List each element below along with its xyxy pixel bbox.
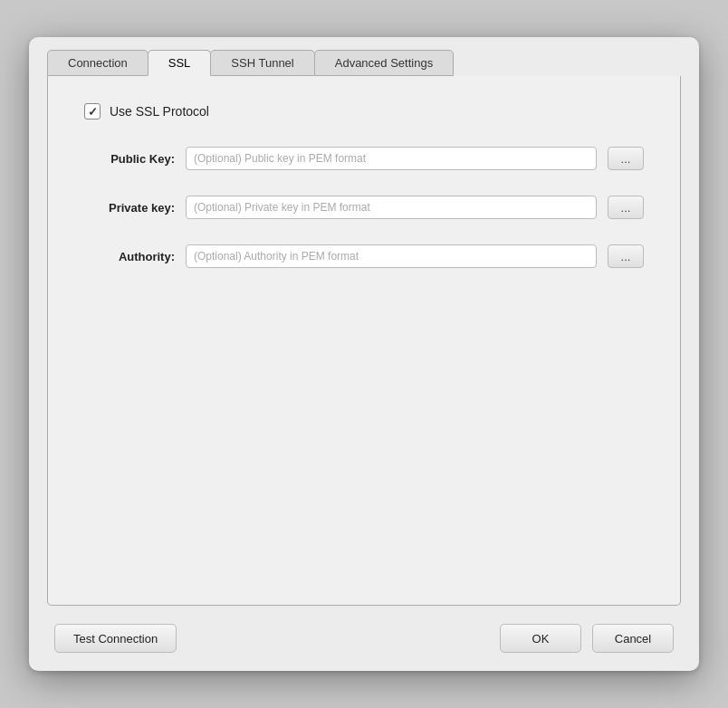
public-key-browse-button[interactable]: ... xyxy=(608,147,644,170)
private-key-input[interactable] xyxy=(186,196,597,219)
private-key-browse-button[interactable]: ... xyxy=(608,196,644,219)
tab-connection[interactable]: Connection xyxy=(47,50,148,76)
private-key-row: Private key: ... xyxy=(84,196,644,219)
authority-label: Authority: xyxy=(84,250,175,263)
public-key-input[interactable] xyxy=(186,147,597,170)
ok-button[interactable]: OK xyxy=(500,624,581,653)
private-key-label: Private key: xyxy=(84,201,175,215)
tab-ssl[interactable]: SSL xyxy=(148,50,212,76)
ssl-checkbox[interactable]: ✓ xyxy=(84,103,101,120)
checkmark-icon: ✓ xyxy=(88,106,98,118)
public-key-row: Public Key: ... xyxy=(84,147,644,170)
tab-bar: Connection SSL SSH Tunnel Advanced Setti… xyxy=(29,37,699,76)
ssl-checkbox-row: ✓ Use SSL Protocol xyxy=(84,103,644,120)
cancel-button[interactable]: Cancel xyxy=(592,624,674,653)
authority-row: Authority: ... xyxy=(84,244,644,268)
content-area: ✓ Use SSL Protocol Public Key: ... Priva… xyxy=(47,76,681,606)
authority-browse-button[interactable]: ... xyxy=(608,244,644,268)
button-bar: Test Connection OK Cancel xyxy=(29,606,699,653)
public-key-label: Public Key: xyxy=(84,152,175,166)
tab-advanced-settings[interactable]: Advanced Settings xyxy=(314,50,454,76)
ssl-checkbox-label: Use SSL Protocol xyxy=(110,104,209,119)
authority-input[interactable] xyxy=(186,244,597,268)
test-connection-button[interactable]: Test Connection xyxy=(54,624,177,653)
dialog: Connection SSL SSH Tunnel Advanced Setti… xyxy=(29,37,699,671)
tab-ssh-tunnel[interactable]: SSH Tunnel xyxy=(210,50,314,76)
